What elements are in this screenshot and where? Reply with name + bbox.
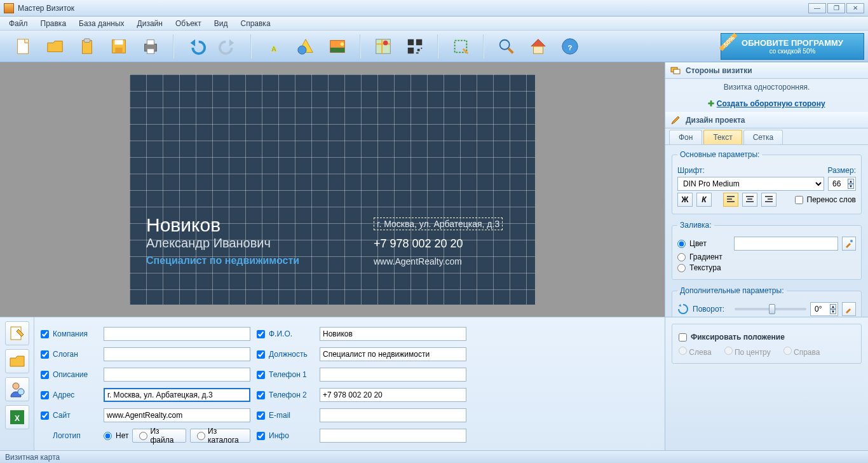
slogan-check[interactable] <box>41 350 49 359</box>
address-input[interactable] <box>104 388 250 402</box>
close-button[interactable]: ✕ <box>846 3 864 13</box>
help-button[interactable]: ? <box>557 33 583 60</box>
email-check[interactable] <box>257 411 265 420</box>
print-button[interactable] <box>137 33 164 60</box>
align-right-button[interactable] <box>761 193 776 207</box>
home-button[interactable] <box>525 33 552 60</box>
menu-view[interactable]: Вид <box>208 18 234 29</box>
phone1-check[interactable] <box>257 371 265 379</box>
fio-check[interactable] <box>257 330 265 338</box>
phone1-input[interactable] <box>320 368 466 382</box>
svg-rect-20 <box>421 47 422 48</box>
new-button[interactable] <box>10 33 37 60</box>
card-fullname[interactable]: Александр Иванович <box>146 236 271 251</box>
redo-button[interactable] <box>215 33 241 60</box>
pos-center-radio <box>724 347 733 355</box>
canvas-area[interactable]: Новиков Александр Иванович Специалист по… <box>0 62 665 317</box>
description-check[interactable] <box>41 371 49 379</box>
save-button[interactable] <box>105 33 132 60</box>
info-check[interactable] <box>257 432 265 440</box>
site-input[interactable] <box>104 408 250 422</box>
user-tool-button[interactable] <box>5 377 29 401</box>
svg-point-32 <box>18 389 24 395</box>
position-check[interactable] <box>257 350 265 359</box>
italic-button[interactable]: К <box>696 193 712 207</box>
image-tool-button[interactable] <box>324 33 351 60</box>
address-check[interactable] <box>41 391 49 399</box>
excel-tool-button[interactable]: X <box>5 405 29 429</box>
fill-color-swatch[interactable] <box>734 237 838 251</box>
card-surname[interactable]: Новиков <box>146 214 220 236</box>
card-website[interactable]: www.AgentRealty.com <box>374 256 462 266</box>
folder-tool-button[interactable] <box>5 349 29 373</box>
rotation-reset-button[interactable] <box>842 302 856 316</box>
menu-design[interactable]: Дизайн <box>131 18 169 29</box>
phone2-input[interactable] <box>320 388 466 402</box>
fill-gradient-radio[interactable] <box>677 253 686 261</box>
rotation-icon <box>677 303 689 315</box>
menu-edit[interactable]: Правка <box>34 18 73 29</box>
extra-params-fieldset: Дополнительные параметры: Поворот: 0° ▲▼… <box>672 286 862 317</box>
svg-point-13 <box>341 42 344 46</box>
undo-button[interactable] <box>183 33 210 60</box>
font-select[interactable]: DIN Pro Medium <box>677 177 824 191</box>
bold-button[interactable]: Ж <box>677 193 693 207</box>
fio-input[interactable] <box>320 327 466 341</box>
size-down[interactable]: ▼ <box>848 184 854 189</box>
open-button[interactable] <box>42 33 69 60</box>
map-button[interactable] <box>370 33 397 60</box>
maximize-button[interactable]: ❐ <box>827 3 845 13</box>
svg-rect-2 <box>84 38 90 42</box>
app-icon <box>4 3 14 13</box>
menu-file[interactable]: Файл <box>3 18 34 29</box>
fix-position-check[interactable] <box>679 333 687 342</box>
crop-button[interactable] <box>447 33 474 60</box>
font-size-input[interactable]: 66 ▲▼ <box>828 177 856 191</box>
info-input[interactable] <box>320 429 466 443</box>
rotation-value[interactable]: 0° ▲▼ <box>810 302 838 316</box>
svg-text:X: X <box>14 414 19 423</box>
logo-file-button[interactable]: Из файла <box>132 429 186 443</box>
svg-rect-24 <box>534 46 543 53</box>
site-check[interactable] <box>41 411 49 420</box>
align-left-button[interactable] <box>723 193 738 207</box>
company-check[interactable] <box>41 330 49 338</box>
fill-texture-radio[interactable] <box>677 264 686 272</box>
slogan-input[interactable] <box>104 347 250 361</box>
shape-tool-button[interactable] <box>292 33 319 60</box>
svg-rect-4 <box>114 39 123 45</box>
search-button[interactable] <box>493 33 520 60</box>
minimize-button[interactable]: — <box>808 3 826 13</box>
edit-tool-button[interactable] <box>5 321 29 345</box>
align-center-button[interactable] <box>742 193 757 207</box>
position-input[interactable] <box>320 347 466 361</box>
rotation-slider[interactable] <box>735 308 806 310</box>
description-input[interactable] <box>104 368 250 382</box>
update-program-button[interactable]: -50% ОБНОВИТЕ ПРОГРАММУ со скидкой 50% <box>721 33 864 60</box>
wrap-checkbox[interactable] <box>795 196 803 204</box>
fio-label: Ф.И.О. <box>269 329 316 338</box>
phone2-check[interactable] <box>257 391 265 399</box>
email-input[interactable] <box>320 408 466 422</box>
menu-help[interactable]: Справка <box>234 18 276 29</box>
card-address-selected[interactable]: г. Москва, ул. Арбатецкая, д.3 <box>374 218 503 230</box>
menu-object[interactable]: Объект <box>169 18 208 29</box>
card-phone[interactable]: +7 978 002 20 20 <box>374 237 463 251</box>
tab-grid[interactable]: Сетка <box>743 130 783 144</box>
size-up[interactable]: ▲ <box>848 179 854 184</box>
paste-button[interactable] <box>74 33 100 60</box>
color-picker-button[interactable] <box>842 237 856 251</box>
text-tool-button[interactable]: A <box>261 33 287 60</box>
tab-text[interactable]: Текст <box>703 130 742 144</box>
position-label: Должность <box>269 350 316 359</box>
menu-database[interactable]: База данных <box>72 18 130 29</box>
business-card[interactable]: Новиков Александр Иванович Специалист по… <box>130 74 535 305</box>
company-input[interactable] <box>104 327 250 341</box>
fill-color-radio[interactable] <box>677 240 686 248</box>
logo-catalog-button[interactable]: Из каталога <box>190 429 250 443</box>
qr-button[interactable] <box>402 33 428 60</box>
tab-background[interactable]: Фон <box>669 130 702 144</box>
card-role[interactable]: Специалист по недвижимости <box>146 255 299 266</box>
create-back-link[interactable]: Создать оборотную сторону <box>717 99 825 108</box>
logo-none-radio[interactable] <box>104 432 112 440</box>
